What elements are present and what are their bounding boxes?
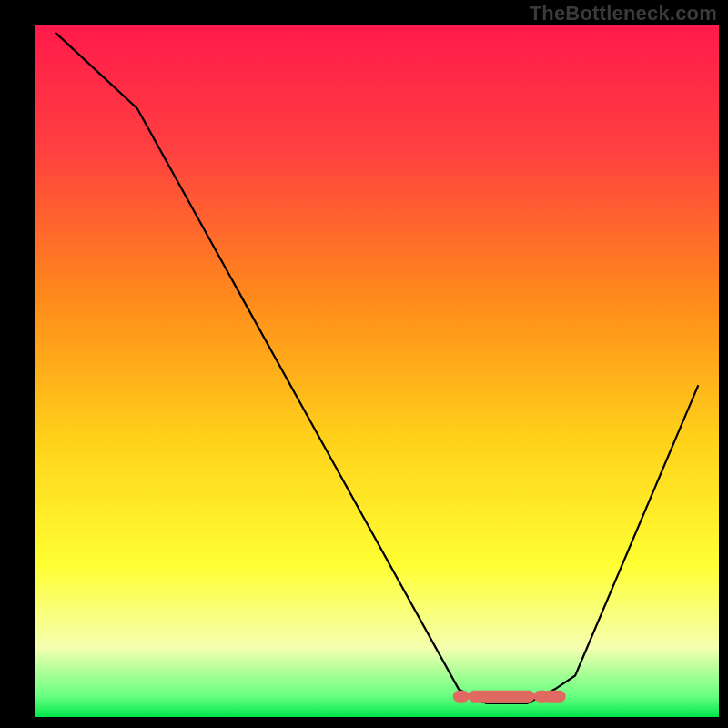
watermark-text: TheBottleneck.com	[530, 2, 717, 25]
chart-frame: TheBottleneck.com	[0, 0, 728, 728]
plot-background	[35, 25, 719, 717]
chart-svg	[0, 0, 728, 728]
